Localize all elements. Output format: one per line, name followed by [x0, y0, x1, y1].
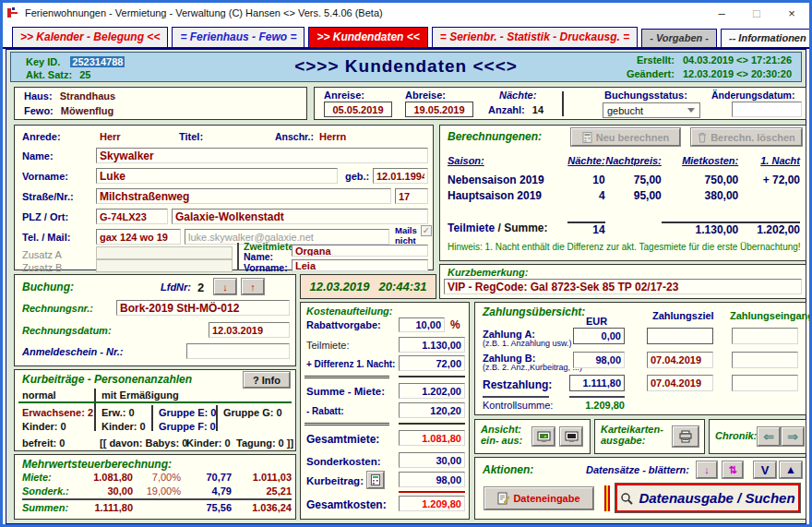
- kurbeitrag-input[interactable]: [399, 472, 465, 487]
- kurbeitrag-calc-button[interactable]: [367, 472, 384, 488]
- buchungsstatus-value: gebucht: [603, 105, 687, 116]
- saison-table-header: Saison: Nächte: Nachtpreis: Mietkosten: …: [448, 155, 800, 166]
- hinweis-text: Hinweis: 1. Nacht enthält die Differenz …: [448, 242, 801, 252]
- differenz-input[interactable]: [399, 355, 465, 371]
- abreise-input[interactable]: [405, 102, 473, 117]
- erste-nacht-cell: [738, 189, 800, 202]
- anschr-label: Anschr.:: [275, 131, 314, 142]
- plz-input[interactable]: [96, 209, 168, 224]
- hausnummer-input[interactable]: [395, 188, 428, 204]
- rechnungsnr-input[interactable]: [116, 300, 290, 316]
- nav-updown-button[interactable]: ⇅: [722, 461, 743, 478]
- nav-up-button[interactable]: ▲: [780, 461, 802, 478]
- zahlung-a-eingang-input[interactable]: [732, 328, 798, 344]
- mwst-title: Mehrwertsteuerberechnung:: [22, 458, 172, 471]
- geburtsdatum-input[interactable]: [373, 168, 428, 184]
- lfdnr-up-button[interactable]: ↑: [242, 279, 264, 294]
- table-row: Hauptsaison 2019 4 95,00 380,00: [448, 189, 800, 202]
- chevron-down-icon: [687, 108, 695, 113]
- berechnungen-title: Berechnungenen:: [448, 130, 542, 143]
- summen-label: Summen:: [22, 502, 76, 513]
- restzahlung-eingang-input[interactable]: [732, 375, 798, 391]
- aenderungsdatum-input[interactable]: [732, 102, 802, 117]
- berechnung-loeschen-button[interactable]: Berechn. löschen: [691, 128, 802, 146]
- kurzbemerkung-label: Kurzbemerkung:: [448, 267, 528, 278]
- kinder-erm-count: Kinder: 0: [102, 421, 146, 432]
- calculator-icon: [582, 132, 592, 143]
- zahlung-b-eingang-input[interactable]: [732, 352, 798, 368]
- tab-serienbrief[interactable]: = Serienbr. - Statistik - Druckausg. =: [432, 27, 638, 47]
- info-button-label: ? Info: [253, 375, 281, 386]
- chronik-forward-button[interactable]: ⇒: [782, 427, 804, 446]
- kurbeitraege-title: Kurbeiträge - Personenanzahlen: [22, 373, 192, 386]
- ort-input[interactable]: [172, 209, 428, 224]
- close-button[interactable]: ×: [774, 3, 809, 23]
- main-panel: Key ID. 252314788 Akt. Satz: 25 <>>> Kun…: [6, 49, 806, 524]
- rechnungsdatum-input[interactable]: [209, 322, 290, 338]
- teilmiete-input[interactable]: [399, 337, 465, 353]
- anreise-input[interactable]: [324, 102, 392, 117]
- naechte-label: Nächte:: [499, 90, 536, 101]
- berechnung-loeschen-label: Berechn. löschen: [710, 132, 795, 143]
- gesamtkosten-input[interactable]: [399, 496, 465, 511]
- buchung-label: Buchung:: [22, 281, 74, 293]
- summe-miete-label: Summe - Miete:: [306, 386, 385, 397]
- sonderkosten-input[interactable]: [399, 452, 465, 468]
- zusatz-b-input[interactable]: [96, 259, 233, 272]
- summen-netto: 1.036,24: [232, 502, 292, 513]
- lfdnr-value: 2: [197, 281, 204, 294]
- zahlung-b-ziel-input[interactable]: [647, 352, 713, 368]
- zweitmieter-name-input[interactable]: [292, 245, 428, 257]
- window-title: Ferienwohnungen - Vermietung - Verwaltun…: [25, 7, 383, 18]
- kurzbemerkung-input[interactable]: [444, 279, 802, 294]
- tab-ferienhaus-fewo[interactable]: = Ferienhaus - Fewo =: [172, 27, 304, 47]
- nav-first-button[interactable]: ↓: [697, 461, 717, 478]
- ansicht-aus-button[interactable]: [560, 427, 582, 446]
- buchungsstatus-label: Buchungsstatus:: [604, 90, 687, 101]
- datenausgabe-suchen-button[interactable]: Datenausgabe / Suchen: [615, 484, 800, 512]
- anmeldeschein-input[interactable]: [186, 343, 290, 359]
- tab-kundendaten[interactable]: >> Kundendaten <<: [308, 27, 427, 47]
- karteikarten-print-button[interactable]: [673, 426, 699, 447]
- kinder-normal-count: Kinder: 0: [22, 421, 66, 432]
- buchungsstatus-select[interactable]: gebucht: [603, 102, 700, 118]
- dateneingabe-button[interactable]: Dateneingabe: [484, 487, 593, 509]
- zweitmieter-vorname-input[interactable]: [292, 259, 428, 271]
- zusatz-a-input[interactable]: [96, 246, 233, 259]
- ansicht-ein-button[interactable]: [532, 427, 555, 446]
- nav-down-button[interactable]: V: [754, 461, 776, 478]
- arrow-right-icon: ⇒: [787, 429, 798, 444]
- chronik-back-button[interactable]: ⇐: [758, 427, 780, 446]
- info-button[interactable]: ? Info: [244, 372, 290, 388]
- davon-babys: [[ davon: Babys: 0: [100, 437, 187, 449]
- restzahlung-ziel-input[interactable]: [647, 375, 713, 391]
- rabatt-input[interactable]: [399, 402, 465, 418]
- lfdnr-down-button[interactable]: ↓: [214, 279, 236, 294]
- zahlung-a-eur-input[interactable]: [573, 328, 625, 344]
- vorname-input[interactable]: [96, 168, 338, 184]
- record-header: Key ID. 252314788 Akt. Satz: 25 <>>> Kun…: [10, 52, 802, 82]
- zahlung-b-eur-input[interactable]: [573, 352, 625, 368]
- strasse-label: Straße/Nr.:: [22, 191, 74, 202]
- name-input[interactable]: [96, 148, 428, 163]
- col-normal: normal: [22, 389, 56, 401]
- tab-informationen[interactable]: -- Informationen --: [721, 29, 812, 47]
- telefon-input[interactable]: [96, 229, 181, 245]
- mails-label-1: Mails: [395, 225, 417, 235]
- strasse-input[interactable]: [96, 188, 391, 204]
- rabattvorgabe-input[interactable]: [399, 317, 445, 332]
- timestamp-display: 12.03.2019 20:44:31: [300, 274, 436, 299]
- maximize-button[interactable]: □: [739, 3, 774, 23]
- tab-kalender-belegung[interactable]: >> Kalender - Belegung <<: [12, 27, 168, 47]
- col-saison: Saison:: [448, 155, 567, 166]
- restzahlung-eur-input[interactable]: [569, 375, 625, 391]
- tab-vorgaben[interactable]: - Vorgaben -: [641, 29, 717, 47]
- minimize-button[interactable]: –: [704, 3, 739, 23]
- plz-ort-label: PLZ / Ort:: [22, 211, 68, 222]
- summe-miete-input[interactable]: [399, 383, 465, 399]
- gesamtmiete-input[interactable]: [399, 430, 465, 446]
- sum-line: [399, 376, 465, 377]
- teilmiete-label: Teilmiete:: [306, 340, 349, 351]
- neu-berechnen-button[interactable]: Neu berechnen: [571, 128, 680, 146]
- zahlung-a-ziel-input[interactable]: [647, 328, 713, 344]
